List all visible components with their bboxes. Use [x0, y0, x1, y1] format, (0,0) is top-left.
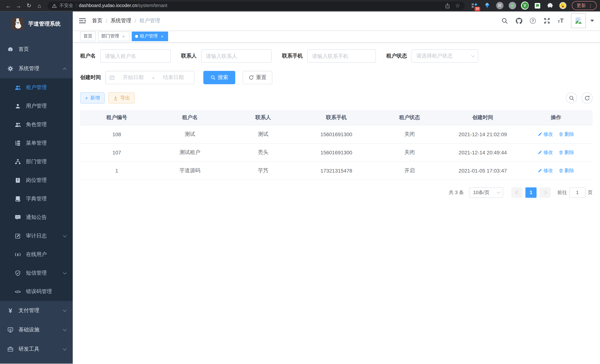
- tag-home[interactable]: 首页: [80, 31, 96, 41]
- extension-blocker-icon[interactable]: 10: [470, 2, 478, 9]
- cell-contact: 秃头: [226, 143, 300, 161]
- refresh-table-button[interactable]: [581, 92, 593, 103]
- tag-close-icon[interactable]: ×: [121, 34, 126, 38]
- goto-page-input[interactable]: [569, 187, 586, 198]
- omnibox-divider: [76, 3, 76, 8]
- user-avatar[interactable]: [571, 13, 586, 28]
- sidebar-item-post[interactable]: 岗位管理: [0, 171, 73, 190]
- profile-avatar-icon[interactable]: [559, 2, 567, 9]
- font-size-icon[interactable]: TT: [558, 18, 564, 24]
- browser-home-icon[interactable]: ⌂: [35, 1, 44, 10]
- col-mobile: 联系手机: [300, 110, 373, 125]
- url-path: /system/tenant: [137, 3, 167, 8]
- extension-recorder-icon[interactable]: [508, 2, 516, 9]
- sidebar-item-infra[interactable]: 基础设施: [0, 320, 73, 339]
- logo-rabbit-image: [12, 18, 24, 30]
- avatar-caret-icon[interactable]: [590, 20, 594, 22]
- col-created: 创建时间: [446, 110, 519, 125]
- col-tenant-name: 租户名: [153, 110, 227, 125]
- sidebar-item-tenant[interactable]: 租户管理: [0, 78, 73, 97]
- chevron-down-icon: [63, 347, 67, 350]
- sidebar-item-audit-log[interactable]: 审计日志: [0, 227, 73, 245]
- start-date-placeholder[interactable]: 开始日期: [116, 74, 150, 81]
- prev-page-button[interactable]: [511, 187, 523, 198]
- address-bar[interactable]: 不安全 dashboard.yudao.iocoder.cn/system/te…: [47, 1, 465, 10]
- delete-link[interactable]: 删除: [559, 131, 574, 138]
- current-page-button[interactable]: 1: [525, 187, 536, 198]
- sidebar-item-dict[interactable]: 字典管理: [0, 190, 73, 208]
- sidebar-item-online-users[interactable]: 在线用户: [0, 245, 73, 264]
- browser-update-button[interactable]: 更新 ⋮: [572, 1, 597, 10]
- bookmark-star-icon[interactable]: ☆: [455, 2, 460, 9]
- sidebar-item-pay[interactable]: ¥ 支付管理: [0, 301, 73, 320]
- breadcrumb-home[interactable]: 首页: [92, 18, 103, 24]
- app-logo[interactable]: 芋道管理系统: [0, 11, 73, 36]
- cell-actions: 修改 删除: [519, 143, 593, 161]
- export-button[interactable]: 导出: [108, 92, 135, 103]
- extension-chat-icon[interactable]: [534, 2, 541, 9]
- browser-toolbar: ← → ↻ ⌂ 不安全 dashboard.yudao.iocoder.cn/s…: [0, 0, 600, 11]
- edit-link[interactable]: 修改: [538, 167, 553, 174]
- sidebar-item-notice[interactable]: 通知公告: [0, 208, 73, 227]
- browser-reload-icon[interactable]: ↻: [25, 1, 33, 10]
- sidebar-item-user[interactable]: 用户管理: [0, 97, 73, 115]
- end-date-placeholder[interactable]: 结束日期: [156, 74, 190, 81]
- dictionary-icon: [15, 196, 21, 202]
- tenant-name-label: 租户名: [80, 53, 96, 59]
- cell-status: 关闭: [373, 143, 446, 161]
- cell-contact: 测试: [226, 125, 300, 143]
- sidebar-item-dev-tools[interactable]: 研发工具: [0, 339, 73, 359]
- browser-menu-dots-icon[interactable]: ⋮: [588, 3, 593, 8]
- edit-link[interactable]: 修改: [538, 131, 553, 138]
- help-icon[interactable]: ?: [530, 18, 536, 24]
- edit-link[interactable]: 修改: [538, 149, 553, 156]
- delete-link[interactable]: 删除: [559, 167, 574, 174]
- tenant-name-input[interactable]: [100, 49, 171, 63]
- sidebar-item-sms[interactable]: 短信管理: [0, 264, 73, 282]
- sidebar-menu: 首页 系统管理 租户管理: [0, 40, 73, 359]
- sidebar-item-system[interactable]: 系统管理: [0, 59, 73, 78]
- breadcrumb-separator: /: [106, 18, 107, 24]
- sidebar-item-dept[interactable]: 部门管理: [0, 152, 73, 171]
- extensions-puzzle-icon[interactable]: [546, 2, 554, 9]
- extension-command-icon[interactable]: ⌘: [496, 2, 504, 9]
- sidebar-item-home[interactable]: 首页: [0, 40, 73, 59]
- add-button[interactable]: + 新增: [80, 92, 105, 103]
- tag-dept[interactable]: 部门管理 ×: [98, 31, 130, 41]
- download-icon: [113, 95, 118, 100]
- tag-tenant-active[interactable]: 租户管理 ×: [132, 31, 168, 41]
- status-select[interactable]: 请选择租户状态: [412, 49, 478, 63]
- page-url[interactable]: dashboard.yudao.iocoder.cn/system/tenant: [79, 3, 167, 8]
- tag-close-icon[interactable]: ×: [159, 34, 165, 38]
- mobile-input[interactable]: [307, 49, 376, 63]
- delete-link[interactable]: 删除: [559, 149, 574, 156]
- org-tree-icon: [15, 159, 21, 165]
- peoples-icon: [15, 84, 21, 91]
- share-icon[interactable]: [445, 3, 450, 8]
- page-size-select[interactable]: 10条/页: [469, 187, 503, 198]
- calendar-icon: [110, 75, 115, 80]
- sidebar-collapse-icon[interactable]: [79, 17, 86, 25]
- sidebar-item-menu[interactable]: 菜单管理: [0, 134, 73, 152]
- monitor-icon: [7, 327, 13, 333]
- github-icon[interactable]: [516, 17, 523, 24]
- breadcrumb: 首页 / 系统管理 / 租户管理: [92, 18, 160, 24]
- toggle-search-button[interactable]: [566, 92, 577, 103]
- extension-yudao-icon[interactable]: Y: [521, 2, 529, 9]
- extension-kite-icon[interactable]: [483, 2, 491, 9]
- next-page-button[interactable]: [540, 187, 551, 198]
- security-label[interactable]: 不安全: [59, 2, 73, 9]
- app-title: 芋道管理系统: [28, 20, 60, 27]
- search-button[interactable]: 搜索: [203, 71, 235, 84]
- header-search-icon[interactable]: [501, 17, 508, 24]
- breadcrumb-section[interactable]: 系统管理: [111, 18, 131, 24]
- reset-button[interactable]: 重置: [243, 71, 272, 84]
- sidebar-item-role[interactable]: 角色管理: [0, 115, 73, 134]
- create-time-range-picker[interactable]: 开始日期 - 结束日期: [105, 71, 194, 84]
- fullscreen-icon[interactable]: [543, 17, 550, 24]
- cell-tenant-name: 测试租户: [153, 143, 227, 161]
- browser-forward-icon[interactable]: →: [14, 1, 23, 10]
- browser-back-icon[interactable]: ←: [4, 1, 13, 10]
- sidebar-item-error-code[interactable]: </> 错误码管理: [0, 282, 73, 301]
- contact-input[interactable]: [201, 49, 272, 63]
